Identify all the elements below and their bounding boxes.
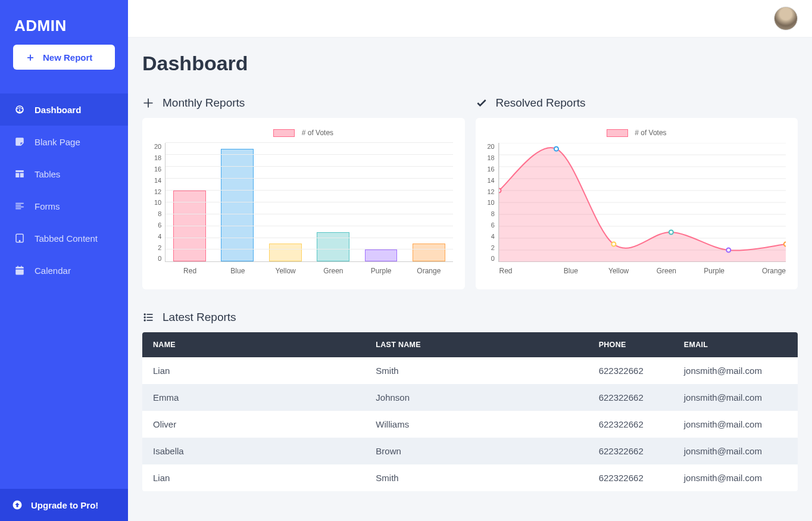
y-tick: 18 [488,154,495,161]
chart-legend: # of Votes [154,129,453,137]
table-row: OliverWilliams622322662jonsmith@mail.com [142,411,798,438]
upgrade-button[interactable]: Upgrade to Pro! [0,489,128,521]
y-tick: 20 [488,143,495,150]
table-header: LAST NAME [365,332,588,357]
x-tick: Green [310,267,357,275]
sidebar-item-label: Calendar [35,266,71,276]
table-cell: Emma [142,384,365,411]
sidebar-item-blank-page[interactable]: Blank Page [0,126,128,158]
sidebar-item-dashboard[interactable]: Dashboard [0,93,128,126]
sidebar-nav: Dashboard Blank Page Tables Forms Tabbed… [0,93,128,286]
x-tick: Orange [405,267,452,275]
bar [365,249,398,261]
y-tick: 14 [154,177,161,184]
svg-rect-18 [147,317,153,318]
area-fill [499,148,786,262]
table-cell: 622322662 [588,384,673,411]
sidebar-item-tables[interactable]: Tables [0,158,128,190]
new-report-button[interactable]: ＋ New Report [13,45,115,70]
x-tick: Green [642,267,690,275]
table-cell: Smith [365,464,588,491]
line-chart [498,143,786,262]
table-cell: Isabella [142,438,365,464]
data-point [726,248,730,252]
page-title: Dashboard [142,52,798,75]
bar [413,244,445,261]
x-tick: Red [166,267,214,275]
y-tick: 6 [488,221,495,229]
data-point [554,147,558,151]
y-tick: 0 [154,255,161,262]
y-axis: 20181614121086420 [488,143,498,262]
table-cell: jonsmith@mail.com [673,411,798,438]
table-header: NAME [142,332,365,357]
y-tick: 20 [154,143,161,150]
table-row: EmmaJohnson622322662jonsmith@mail.com [142,384,798,411]
table-cell: Johnson [365,384,588,411]
y-tick: 4 [488,233,495,240]
x-tick: Orange [738,267,786,275]
y-tick: 2 [488,244,495,251]
x-tick: Purple [357,267,405,275]
resolved-reports-title: Resolved Reports [496,96,586,110]
sidebar-item-forms[interactable]: Forms [0,190,128,222]
svg-point-19 [144,320,146,322]
table-row: LianSmith622322662jonsmith@mail.com [142,357,798,384]
sidebar-item-tabbed-content[interactable]: Tabbed Content [0,222,128,254]
y-tick: 18 [154,154,161,161]
sidebar: ADMIN ＋ New Report Dashboard Blank Page … [0,0,128,521]
dashboard-icon [14,104,25,115]
sidebar-item-calendar[interactable]: Calendar [0,254,128,286]
table-cell: 622322662 [588,357,673,384]
sidebar-item-label: Forms [35,201,60,211]
y-tick: 8 [488,210,495,217]
x-tick: Red [499,267,547,275]
svg-point-17 [144,317,146,319]
y-tick: 8 [154,210,161,217]
svg-rect-16 [147,314,153,315]
y-tick: 12 [154,188,161,195]
avatar[interactable] [774,7,798,30]
table-cell: jonsmith@mail.com [673,438,798,464]
x-axis: RedBlueYellowGreenPurpleOrange [166,267,453,275]
data-point [611,242,616,247]
x-tick: Yellow [262,267,310,275]
y-tick: 10 [154,199,161,206]
table-row: IsabellaBrown622322662jonsmith@mail.com [142,438,798,464]
table-header: PHONE [588,332,673,357]
x-tick: Yellow [595,267,642,275]
y-tick: 0 [488,255,495,262]
topbar [128,0,812,38]
latest-reports-title: Latest Reports [163,311,236,324]
legend-label: # of Votes [302,129,333,137]
list-icon [142,311,154,323]
y-tick: 12 [488,188,495,195]
monthly-chart-card: # of Votes 20181614121086420 RedBlueYell… [142,118,465,289]
svg-point-15 [144,314,146,316]
table-cell: 622322662 [588,411,673,438]
sidebar-item-label: Tabbed Content [35,233,98,244]
align-left-icon [14,201,25,211]
monthly-reports-title: Monthly Reports [163,96,245,110]
table-cell: Lian [142,357,365,384]
y-tick: 10 [488,199,495,206]
x-axis: RedBlueYellowGreenPurpleOrange [499,267,786,275]
data-point [783,242,786,247]
calendar-icon [14,265,25,276]
data-point [669,230,673,235]
table-cell: jonsmith@mail.com [673,464,798,491]
latest-reports-section: Latest Reports NAME LAST NAME PHONE EMAI… [142,311,798,491]
x-tick: Purple [691,267,738,275]
table-cell: jonsmith@mail.com [673,357,798,384]
sticky-note-icon [14,136,25,147]
table-cell: Brown [365,438,588,464]
y-tick: 6 [154,221,161,229]
legend-swatch [273,129,295,137]
table-cell: jonsmith@mail.com [673,384,798,411]
tablet-icon [14,233,25,244]
legend-swatch [607,129,628,137]
sidebar-item-label: Tables [35,169,60,179]
latest-reports-table: NAME LAST NAME PHONE EMAIL LianSmith6223… [142,332,798,491]
table-cell: Smith [365,357,588,384]
check-icon [476,97,488,109]
